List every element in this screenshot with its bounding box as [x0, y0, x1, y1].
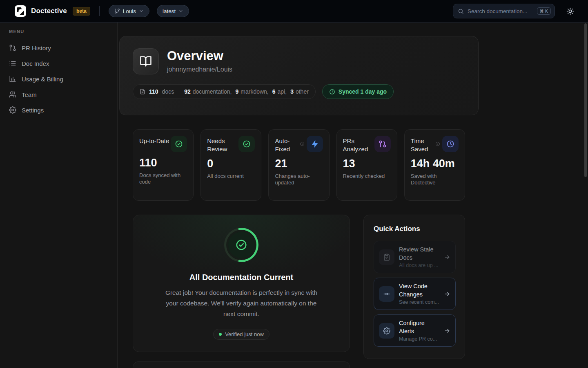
check-circle-icon [171, 136, 187, 152]
file-icon [140, 89, 145, 94]
main-content: Overview johnnymedhanie/Louis 110 docs 9… [118, 22, 588, 368]
stat-subtitle: Saved with Doctective [411, 173, 459, 186]
docs-total: 110 [149, 88, 158, 95]
arrow-right-icon [444, 254, 450, 260]
beta-badge: beta [73, 7, 90, 16]
stat-value: 21 [275, 157, 323, 170]
doctective-logo-icon [15, 5, 26, 17]
sidebar-menu-label: MENU [9, 29, 117, 34]
sun-icon [566, 7, 574, 15]
stat-value: 13 [343, 157, 391, 170]
stat-label: Needs Review [207, 136, 238, 153]
stat-card-time-saved: Time Saved 14h 40m Saved with Doctective [404, 129, 465, 201]
breakdown-value: 92 [184, 88, 191, 95]
next-section-card-partial [133, 361, 350, 368]
stat-subtitle: All docs current [207, 173, 255, 180]
git-pull-request-icon [374, 136, 391, 152]
page-title: Overview [167, 49, 232, 63]
sidebar-item-pr-history[interactable]: PR History [9, 40, 117, 56]
content-row: All Documentation Current Great job! You… [133, 215, 465, 368]
quick-action-title: Review Stale Docs [399, 246, 439, 262]
sidebar-item-usage-billing[interactable]: Usage & Billing [9, 71, 117, 87]
stat-label: Auto-Fixed [275, 136, 299, 153]
arrow-right-icon [444, 291, 450, 297]
quick-actions-panel: Quick Actions Review Stale Docs All docs… [363, 215, 465, 359]
synced-label: Synced 1 day ago [339, 88, 387, 95]
theme-toggle-button[interactable] [566, 7, 574, 15]
info-icon[interactable] [300, 141, 305, 146]
docs-breakdown-item: 9 markdown, [235, 88, 268, 95]
search-input[interactable] [468, 8, 533, 14]
documentation-status-card: All Documentation Current Great job! You… [133, 215, 350, 352]
stat-subtitle: Docs synced with code [139, 172, 187, 186]
quick-actions-title: Quick Actions [374, 225, 455, 233]
search-shortcut-badge: ⌘ K [537, 7, 551, 15]
clipboard-check-icon [379, 249, 394, 265]
list-icon [9, 60, 16, 67]
quick-action-subtitle: Manage PR co... [399, 336, 439, 342]
brand-name: Doctective [31, 7, 67, 15]
sidebar-nav: PR History Doc Index Usage & Billing Tea… [9, 40, 117, 118]
git-branch-icon [114, 8, 120, 14]
stat-subtitle: Recently checked [343, 173, 391, 180]
quick-action-subtitle: See recent com... [399, 299, 439, 305]
stat-label: Time Saved [411, 136, 435, 153]
synced-status-button[interactable]: Synced 1 day ago [322, 84, 394, 99]
version-selector-dropdown[interactable]: latest [157, 5, 189, 17]
info-icon[interactable] [435, 141, 440, 146]
breakdown-label: other [296, 88, 309, 95]
sidebar-item-label: Settings [22, 107, 44, 114]
progress-ring [224, 228, 258, 262]
repo-path: johnnymedhanie/Louis [167, 66, 232, 73]
version-selector-label: latest [163, 8, 176, 14]
clock-icon [442, 136, 459, 152]
arrow-right-icon [444, 328, 450, 334]
top-navigation-bar: Doctective beta Louis latest ⌘ K [0, 0, 588, 22]
stat-value: 0 [207, 157, 255, 170]
sidebar-item-label: Doc Index [22, 60, 49, 67]
quick-action-view-code-changes[interactable]: View Code Changes See recent com... [374, 278, 456, 310]
sidebar-item-label: Team [22, 91, 37, 98]
verified-label: Verified just now [225, 331, 264, 337]
git-commit-icon [379, 286, 394, 302]
search-bar[interactable]: ⌘ K [453, 4, 555, 18]
status-message: Great job! Your documentation is perfect… [161, 287, 321, 319]
chevron-down-icon [178, 9, 183, 13]
stat-card-up-to-date: Up-to-Date 110 Docs synced with code [133, 129, 194, 201]
stat-subtitle: Changes auto-updated [275, 173, 323, 186]
stat-value: 110 [139, 157, 187, 169]
breakdown-value: 6 [272, 88, 276, 95]
bar-chart-icon [9, 75, 16, 83]
git-pull-request-icon [9, 44, 16, 52]
repo-selector-dropdown[interactable]: Louis [109, 5, 149, 17]
book-open-icon [133, 48, 159, 74]
breakdown-label: documentation, [193, 88, 232, 95]
stat-card-auto-fixed: Auto-Fixed 21 Changes auto-updated [268, 129, 329, 201]
gear-icon [9, 106, 16, 114]
chevron-down-icon [139, 9, 144, 13]
pill-divider [179, 88, 179, 95]
status-dot-icon [219, 333, 222, 336]
clock-icon [329, 89, 335, 95]
quick-action-configure-alerts[interactable]: Configure Alerts Manage PR co... [374, 314, 456, 347]
sidebar: MENU PR History Doc Index Usage & Billin… [0, 22, 118, 368]
sidebar-item-label: Usage & Billing [22, 76, 63, 83]
left-column: All Documentation Current Great job! You… [133, 215, 350, 368]
verified-badge: Verified just now [213, 329, 270, 340]
breakdown-label: markdown, [241, 88, 268, 95]
search-icon [458, 8, 464, 14]
doc-stats-pill: 110 docs 92 documentation, 9 markdown, 6… [133, 84, 316, 99]
sidebar-item-settings[interactable]: Settings [9, 102, 117, 118]
vertical-scrollbar[interactable] [584, 23, 587, 177]
sidebar-item-doc-index[interactable]: Doc Index [9, 56, 117, 71]
docs-breakdown-item: 92 documentation, [184, 88, 232, 95]
sidebar-item-team[interactable]: Team [9, 87, 117, 102]
docs-total-label: docs [162, 88, 174, 95]
stats-grid: Up-to-Date 110 Docs synced with code Nee… [133, 129, 465, 201]
stat-label: Up-to-Date [139, 136, 169, 145]
gear-icon [379, 323, 394, 339]
stat-label: PRs Analyzed [343, 136, 374, 153]
quick-action-title: Configure Alerts [399, 319, 439, 335]
quick-action-review-stale-docs[interactable]: Review Stale Docs All docs are up ... [374, 241, 456, 273]
docs-breakdown-item: 3 other [290, 88, 309, 95]
